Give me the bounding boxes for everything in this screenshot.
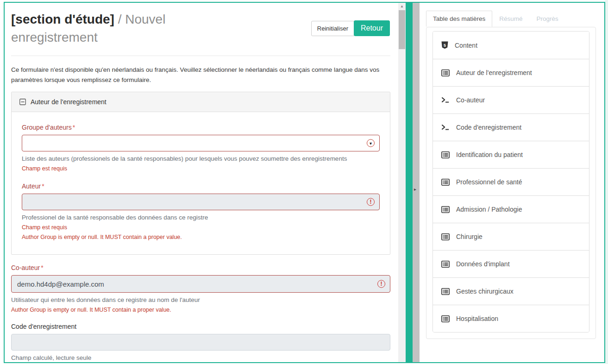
author-label: Auteur* [22, 182, 380, 190]
form-scrollbar[interactable]: ▲ [398, 3, 406, 362]
toc-item-label: Identification du patient [456, 151, 523, 158]
svg-text:5: 5 [444, 43, 446, 48]
co-author-error: Author Group is empty or null. It MUST c… [11, 307, 390, 313]
toc-panel: Table des matières Résumé Progrès 5 Cont… [420, 3, 604, 362]
page-title-section: [section d'étude] [11, 12, 114, 26]
terminal-icon [441, 124, 450, 131]
toc-item[interactable]: Gestes chirurgicaux [433, 278, 589, 305]
window-edge-strip [605, 0, 608, 364]
header-divider [11, 56, 390, 56]
author-select[interactable]: ! [22, 194, 380, 210]
back-button[interactable]: Retour [354, 20, 390, 36]
author-error-group: Author Group is empty or null. It MUST c… [22, 234, 380, 240]
toc-item[interactable]: Chirurgie [433, 223, 589, 251]
toc-item[interactable]: 5 Content [433, 31, 589, 59]
co-author-help: Utilisateur qui entre les données dans c… [11, 296, 390, 303]
error-exclamation-icon: ! [367, 198, 375, 206]
toc-tabs: Table des matières Résumé Progrès [426, 11, 565, 27]
list-alt-icon [441, 179, 450, 186]
field-author-group: Groupe d'auteurs* ▾ Liste des auteurs (p… [22, 124, 380, 172]
panel-splitter[interactable]: ▸ [413, 3, 420, 362]
list-alt-icon [441, 315, 450, 322]
toc-item[interactable]: Professionnel de santé [433, 169, 589, 196]
required-asterisk: * [42, 182, 44, 190]
list-alt-icon [441, 233, 450, 240]
toc-item-label: Professionnel de santé [456, 178, 522, 186]
registration-code-input [12, 334, 390, 350]
author-group-error: Champ est requis [22, 165, 380, 172]
field-co-author: Co-auteur* ! Utilisateur qui entre les d… [11, 264, 390, 313]
list-alt-icon [441, 151, 450, 158]
author-input[interactable] [22, 194, 379, 210]
registration-code-control [11, 334, 390, 351]
author-group-help: Liste des auteurs (professionels de la s… [22, 155, 380, 162]
collapse-minus-icon [19, 99, 26, 105]
html5-icon: 5 [441, 41, 448, 49]
toc-item-label: Auteur de l'enregistrement [456, 69, 532, 76]
toc-item-label: Code d'enregistrement [456, 124, 521, 131]
author-section-title: Auteur de l'enregistrement [31, 98, 107, 106]
toc-item[interactable]: Identification du patient [433, 141, 589, 169]
author-section-body: Groupe d'auteurs* ▾ Liste des auteurs (p… [12, 112, 390, 254]
author-group-input[interactable] [22, 135, 379, 151]
toc-item[interactable]: Code d'enregistrement [433, 114, 589, 141]
tab-resume[interactable]: Résumé [492, 11, 529, 27]
co-author-input[interactable] [12, 276, 390, 292]
tab-table-des-matieres[interactable]: Table des matières [426, 11, 492, 27]
tab-progres[interactable]: Progrès [530, 11, 565, 27]
author-group-select[interactable]: ▾ [22, 135, 380, 151]
header-actions: Reinitialiser Retour [311, 20, 390, 36]
toc-item[interactable]: Hospitalisation [433, 305, 589, 332]
language-notice: Ce formulaire n'est disponible qu'en née… [11, 65, 386, 85]
app-frame: [section d'étude] / Nouvel enregistremen… [4, 2, 605, 363]
toc-card: 5 Content Auteur de l'enregistrement Co-… [426, 27, 596, 339]
panel-divider-accent [406, 3, 413, 362]
toc-item-label: Content [455, 42, 477, 49]
author-error: Champ est requis [22, 224, 380, 231]
field-author: Auteur* ! Professionel de la santé respo… [22, 182, 380, 240]
dropdown-caret-icon[interactable]: ▾ [367, 139, 375, 147]
list-alt-icon [441, 261, 450, 268]
toc-item-label: Gestes chirurgicaux [456, 288, 514, 295]
title-separator: / [114, 12, 125, 26]
error-exclamation-icon: ! [377, 280, 385, 288]
list-alt-icon [441, 288, 450, 295]
list-alt-icon [441, 69, 450, 76]
registration-code-label: Code d'enregistrement [11, 323, 390, 330]
reset-button[interactable]: Reinitialiser [311, 21, 354, 36]
toc-list: 5 Content Auteur de l'enregistrement Co-… [432, 31, 589, 333]
toc-item[interactable]: Admission / Pathologie [433, 196, 589, 223]
registration-code-help: Champ calculé, lecture seule [11, 354, 390, 361]
author-group-label: Groupe d'auteurs* [22, 124, 380, 131]
author-section-panel: Auteur de l'enregistrement Groupe d'aute… [11, 92, 390, 255]
toc-item-label: Admission / Pathologie [456, 206, 522, 213]
toc-item-label: Chirurgie [456, 233, 483, 240]
author-help: Professionel de la santé responsable des… [22, 214, 380, 221]
required-asterisk: * [73, 124, 75, 131]
toc-item-label: Données d'implant [456, 260, 510, 268]
toc-item-label: Hospitalisation [456, 315, 498, 322]
toc-item-label: Co-auteur [456, 96, 485, 104]
scrollbar-thumb[interactable] [399, 10, 405, 49]
page-header: [section d'étude] / Nouvel enregistremen… [11, 10, 390, 50]
field-registration-code: Code d'enregistrement Champ calculé, lec… [11, 323, 390, 361]
author-section-header[interactable]: Auteur de l'enregistrement [12, 92, 390, 112]
scroll-up-icon[interactable]: ▲ [398, 3, 406, 10]
co-author-control[interactable]: ! [11, 275, 390, 293]
form-panel: [section d'étude] / Nouvel enregistremen… [5, 3, 398, 362]
page-title: [section d'étude] / Nouvel enregistremen… [11, 10, 238, 46]
toc-item[interactable]: Co-auteur [433, 87, 589, 114]
toc-item[interactable]: Données d'implant [433, 251, 589, 278]
required-asterisk: * [41, 264, 43, 271]
co-author-label: Co-auteur* [11, 264, 390, 271]
splitter-arrow-icon[interactable]: ▸ [414, 187, 416, 192]
toc-item[interactable]: Auteur de l'enregistrement [433, 59, 589, 87]
terminal-icon [441, 97, 450, 103]
list-alt-icon [441, 206, 450, 213]
